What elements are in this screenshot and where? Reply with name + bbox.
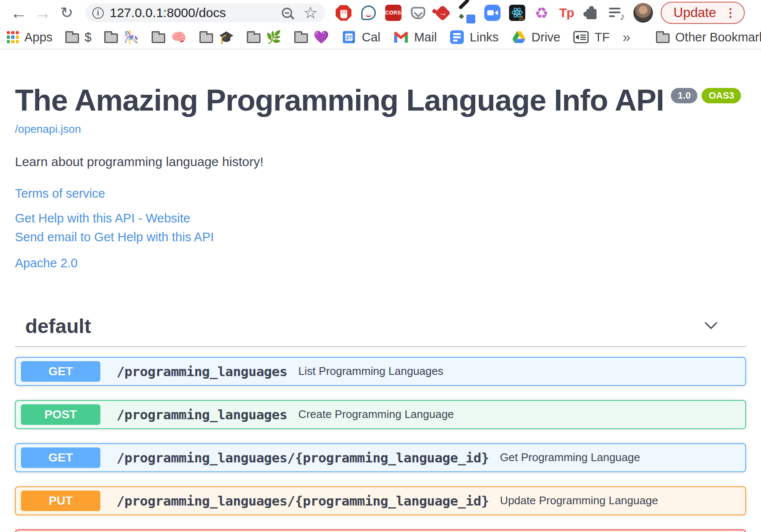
endpoint-summary: Create Programming Language: [299, 408, 454, 421]
bookmark-drive[interactable]: Drive: [512, 30, 561, 44]
bookmarks-overflow-icon[interactable]: »: [623, 29, 630, 45]
update-label: Update: [673, 5, 716, 20]
endpoint-row-delete[interactable]: DELETE /programming_languages/{programmi…: [15, 529, 746, 532]
folder-icon: [199, 33, 213, 43]
folder-icon: [656, 33, 670, 43]
color-swatch: [466, 15, 475, 23]
links-list-icon: [450, 30, 464, 44]
red-arrow-extension-icon[interactable]: →: [434, 4, 451, 22]
cors-extension-icon[interactable]: CORS: [384, 4, 402, 22]
chat-bubble-extension-icon[interactable]: [360, 4, 377, 22]
apps-grid-icon: [7, 31, 19, 43]
bookmark-calendar[interactable]: 27 Cal: [342, 30, 380, 44]
openapi-json-link[interactable]: /openapi.json: [15, 123, 81, 136]
puzzle-extensions-icon[interactable]: [582, 4, 600, 22]
site-info-icon[interactable]: i: [92, 7, 104, 19]
tag-header[interactable]: default: [15, 308, 746, 347]
react-devtools-extension-icon[interactable]: ⚠: [508, 4, 526, 22]
bookmarks-bar: Apps $ 🎠 🧠 🎓 🌿 💜 27 Cal: [0, 26, 761, 50]
bookmark-label: Mail: [414, 30, 437, 44]
extensions-row: CORS → ⚠ ♻ Tp ♪: [335, 4, 625, 22]
api-links-block: Terms of service Get Help with this API …: [15, 186, 746, 271]
title-badges: 1.0 OAS3: [671, 88, 741, 103]
license-link[interactable]: Apache 2.0: [15, 256, 746, 271]
bookmark-folder-graduation[interactable]: 🎓: [199, 30, 234, 44]
bookmark-label: TF: [594, 30, 609, 44]
method-badge: GET: [21, 361, 100, 382]
api-title-row: The Amazing Programming Language Info AP…: [15, 85, 746, 117]
bookmark-links[interactable]: Links: [450, 30, 499, 44]
camera-glyph: [484, 5, 501, 21]
warning-icon: ⚠: [519, 14, 524, 21]
bookmark-label: Drive: [532, 30, 561, 44]
terms-of-service-link[interactable]: Terms of service: [15, 186, 746, 201]
endpoint-row-post-create[interactable]: POST /programming_languages Create Progr…: [15, 400, 746, 429]
endpoint-row-get-list[interactable]: GET /programming_languages List Programm…: [15, 357, 746, 386]
playlist-extension-icon[interactable]: ♪: [607, 4, 625, 22]
address-bar[interactable]: i 127.0.0.1:8000/docs ☆: [85, 3, 325, 22]
browser-menu-icon[interactable]: ⋮: [725, 9, 736, 17]
zoom-out-icon[interactable]: [282, 8, 292, 18]
bookmark-star-icon[interactable]: ☆: [303, 3, 318, 22]
endpoint-list: GET /programming_languages List Programm…: [15, 357, 746, 532]
endpoint-row-put-update[interactable]: PUT /programming_languages/{programming_…: [15, 486, 746, 515]
bookmark-apps[interactable]: Apps: [7, 30, 53, 44]
bookmark-other-bookmarks[interactable]: Other Bookmarks: [656, 30, 761, 44]
google-calendar-icon: 27: [342, 30, 356, 44]
bookmark-folder-dollar[interactable]: $: [65, 30, 91, 44]
method-badge: POST: [21, 404, 100, 425]
default-tag-section: default GET /programming_languages List …: [15, 308, 746, 532]
endpoint-summary: List Programming Languages: [299, 365, 444, 378]
back-icon[interactable]: ←: [7, 0, 31, 26]
recycle-extension-icon[interactable]: ♻: [533, 4, 550, 22]
profile-avatar[interactable]: [633, 3, 653, 23]
help-website-link[interactable]: Get Help with this API - Website: [15, 211, 746, 226]
hand-glyph: [336, 5, 351, 21]
bookmark-mail[interactable]: Mail: [393, 30, 437, 44]
bookmark-label: Cal: [362, 30, 380, 44]
stop-hand-extension-icon[interactable]: [335, 4, 352, 22]
folder-icon: [247, 33, 260, 43]
chevron-down-icon[interactable]: [704, 322, 718, 330]
help-email-link[interactable]: Send email to Get Help with this API: [15, 230, 746, 245]
update-button[interactable]: Update ⋮: [661, 2, 745, 24]
method-badge: GET: [21, 447, 100, 468]
folder-icon: [294, 33, 308, 43]
bookmark-folder-herb[interactable]: 🌿: [247, 30, 281, 44]
tp-extension-icon[interactable]: Tp: [558, 4, 575, 22]
bookmark-folder-brain[interactable]: 🧠: [152, 30, 186, 44]
music-note-icon: ♪: [620, 11, 625, 23]
brain-emoji: 🧠: [171, 30, 186, 44]
oas3-badge: OAS3: [702, 88, 741, 103]
swagger-page: The Amazing Programming Language Info AP…: [0, 85, 761, 532]
video-call-extension-icon[interactable]: [483, 4, 501, 22]
graduation-emoji: 🎓: [219, 30, 234, 44]
herb-emoji: 🌿: [266, 30, 281, 44]
endpoint-path: /programming_languages: [117, 407, 287, 422]
page-title: The Amazing Programming Language Info AP…: [15, 85, 664, 117]
bookmark-folder-carousel[interactable]: 🎠: [104, 30, 139, 44]
cors-label: CORS: [385, 5, 401, 21]
pocket-glyph: [411, 7, 425, 19]
bookmark-folder-heart[interactable]: 💜: [294, 30, 329, 44]
browser-toolbar: ← → ↻ i 127.0.0.1:8000/docs ☆ CORS → ⚠ ♻…: [0, 0, 761, 26]
color-picker-extension-icon[interactable]: [459, 4, 476, 22]
gmail-icon: [393, 31, 409, 44]
version-badge: 1.0: [671, 88, 698, 103]
endpoint-summary: Update Programming Language: [500, 494, 658, 507]
endpoint-row-get-one[interactable]: GET /programming_languages/{programming_…: [15, 443, 746, 472]
bookmark-tf[interactable]: TF: [573, 30, 609, 44]
folder-icon: [152, 33, 165, 43]
method-badge: PUT: [21, 491, 100, 511]
folder-icon: [65, 33, 79, 43]
reload-icon[interactable]: ↻: [55, 0, 79, 26]
url-text[interactable]: 127.0.0.1:8000/docs: [110, 6, 226, 20]
dropper-tip: [459, 14, 464, 19]
puzzle-glyph: [586, 9, 597, 19]
forward-icon[interactable]: →: [31, 0, 55, 26]
diamond-glyph: →: [434, 5, 451, 21]
endpoint-path: /programming_languages/{programming_lang…: [117, 493, 489, 509]
folder-icon: [104, 33, 118, 43]
pocket-extension-icon[interactable]: [409, 4, 427, 22]
bubble-glyph: [361, 6, 376, 20]
